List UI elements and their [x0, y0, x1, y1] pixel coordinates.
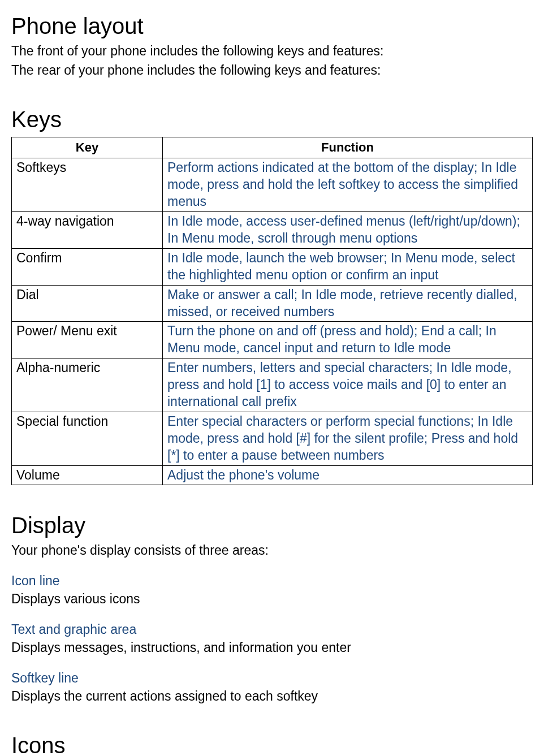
cell-key: Dial — [12, 285, 163, 322]
table-row: 4-way navigation In Idle mode, access us… — [12, 212, 533, 249]
area-label-icon-line: Icon line — [11, 573, 533, 590]
heading-display: Display — [11, 511, 533, 540]
heading-keys: Keys — [11, 105, 533, 134]
table-row: Softkeys Perform actions indicated at th… — [12, 158, 533, 212]
table-row: Power/ Menu exit Turn the phone on and o… — [12, 322, 533, 358]
area-desc-text-graphic: Displays messages, instructions, and inf… — [11, 640, 533, 656]
cell-key: Special function — [12, 412, 163, 465]
intro-rear: The rear of your phone includes the foll… — [11, 62, 533, 79]
table-row: Confirm In Idle mode, launch the web bro… — [12, 248, 533, 285]
col-header-function: Function — [163, 137, 533, 158]
area-label-text-graphic: Text and graphic area — [11, 621, 533, 638]
cell-key: Alpha-numeric — [12, 358, 163, 412]
table-row: Special function Enter special character… — [12, 412, 533, 465]
col-header-key: Key — [12, 137, 163, 158]
cell-func: Make or answer a call; In Idle mode, ret… — [163, 285, 533, 322]
cell-key: 4-way navigation — [12, 212, 163, 249]
cell-key: Volume — [12, 465, 163, 485]
table-row: Volume Adjust the phone's volume — [12, 465, 533, 485]
cell-key: Softkeys — [12, 158, 163, 212]
cell-func: Enter numbers, letters and special chara… — [163, 358, 533, 412]
cell-func: Adjust the phone's volume — [163, 465, 533, 485]
area-desc-softkey-line: Displays the current actions assigned to… — [11, 688, 533, 705]
display-intro: Your phone's display consists of three a… — [11, 542, 533, 559]
area-label-softkey-line: Softkey line — [11, 670, 533, 687]
table-header-row: Key Function — [12, 137, 533, 158]
table-row: Alpha-numeric Enter numbers, letters and… — [12, 358, 533, 412]
heading-icons: Icons — [11, 731, 533, 756]
cell-key: Power/ Menu exit — [12, 322, 163, 358]
cell-func: Enter special characters or perform spec… — [163, 412, 533, 465]
cell-func: Turn the phone on and off (press and hol… — [163, 322, 533, 358]
cell-key: Confirm — [12, 248, 163, 285]
cell-func: In Idle mode, access user-defined menus … — [163, 212, 533, 249]
area-desc-icon-line: Displays various icons — [11, 591, 533, 608]
table-row: Dial Make or answer a call; In Idle mode… — [12, 285, 533, 322]
intro-front: The front of your phone includes the fol… — [11, 43, 533, 60]
cell-func: In Idle mode, launch the web browser; In… — [163, 248, 533, 285]
cell-func: Perform actions indicated at the bottom … — [163, 158, 533, 212]
keys-table: Key Function Softkeys Perform actions in… — [11, 137, 533, 486]
heading-phone-layout: Phone layout — [11, 11, 533, 41]
